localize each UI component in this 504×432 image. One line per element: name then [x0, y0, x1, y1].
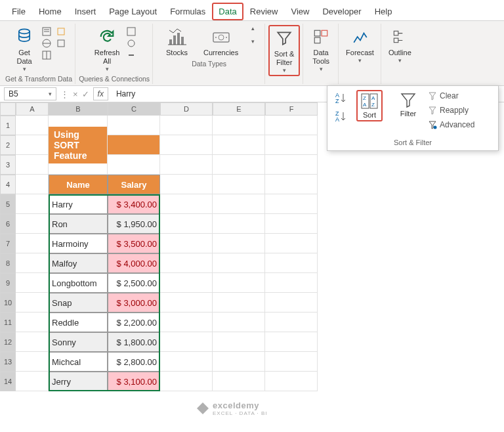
- column-header[interactable]: B: [49, 102, 108, 116]
- cell[interactable]: [265, 273, 318, 293]
- cell[interactable]: [265, 313, 318, 332]
- cell[interactable]: [160, 253, 213, 273]
- cell[interactable]: [265, 293, 318, 313]
- sort-filter-button[interactable]: Sort & Filter ▾: [268, 25, 300, 76]
- row-header[interactable]: 1: [0, 116, 16, 135]
- column-header[interactable]: C: [108, 102, 160, 116]
- cell[interactable]: [160, 194, 213, 214]
- cell[interactable]: [213, 253, 265, 273]
- cell[interactable]: [213, 372, 265, 391]
- from-web-icon[interactable]: [41, 38, 52, 49]
- cell[interactable]: [16, 135, 49, 155]
- cell[interactable]: [16, 372, 49, 391]
- cell[interactable]: $ 3,400.00: [108, 194, 160, 214]
- tab-page-layout[interactable]: Page Layout: [102, 3, 163, 20]
- cell[interactable]: [16, 293, 49, 313]
- cell[interactable]: [108, 135, 160, 155]
- cell[interactable]: Malfoy: [49, 253, 108, 273]
- cell[interactable]: Michcal: [49, 352, 108, 372]
- row-header[interactable]: 2: [0, 135, 16, 155]
- tab-file[interactable]: File: [5, 3, 32, 20]
- scroll-down-icon[interactable]: ▾: [251, 38, 255, 45]
- cell[interactable]: [160, 155, 213, 175]
- cell[interactable]: [213, 293, 265, 313]
- sort-asc-button[interactable]: AZ: [331, 90, 352, 106]
- sort-desc-button[interactable]: ZA: [331, 108, 352, 124]
- cell[interactable]: [265, 175, 318, 194]
- cell[interactable]: [16, 234, 49, 253]
- get-data-button[interactable]: Get Data ▾: [10, 25, 39, 74]
- from-text-icon[interactable]: [41, 26, 52, 37]
- row-header[interactable]: 5: [0, 194, 16, 214]
- queries-icon[interactable]: [126, 26, 136, 37]
- cell[interactable]: [160, 175, 213, 194]
- tab-review[interactable]: Review: [243, 3, 285, 20]
- cell[interactable]: [213, 194, 265, 214]
- advanced-button[interactable]: Advanced: [424, 119, 478, 131]
- cell[interactable]: [108, 116, 160, 135]
- cell[interactable]: [265, 332, 318, 352]
- cell[interactable]: [213, 155, 265, 175]
- cell[interactable]: Harry: [49, 194, 108, 214]
- cell[interactable]: [160, 313, 213, 332]
- cell[interactable]: [160, 273, 213, 293]
- row-header[interactable]: 4: [0, 175, 16, 194]
- cell[interactable]: Reddle: [49, 313, 108, 332]
- edit-links-icon[interactable]: [126, 50, 136, 60]
- cell[interactable]: [16, 175, 49, 194]
- stocks-button[interactable]: Stocks: [162, 25, 192, 58]
- cell[interactable]: [160, 116, 213, 135]
- from-table-icon[interactable]: [41, 50, 52, 60]
- row-header[interactable]: 3: [0, 155, 16, 175]
- cell[interactable]: [265, 214, 318, 234]
- cell[interactable]: [16, 332, 49, 352]
- row-header[interactable]: 6: [0, 214, 16, 234]
- select-all-corner[interactable]: [0, 102, 16, 116]
- scroll-up-icon[interactable]: ▴: [251, 25, 255, 32]
- tab-help[interactable]: Help: [368, 3, 399, 20]
- cell[interactable]: [213, 352, 265, 372]
- cell[interactable]: Using SORT Feature: [49, 135, 108, 155]
- tab-insert[interactable]: Insert: [68, 3, 103, 20]
- cell[interactable]: $ 1,800.00: [108, 332, 160, 352]
- name-box[interactable]: B5▾: [4, 87, 56, 100]
- tab-developer[interactable]: Developer: [316, 3, 368, 20]
- cell[interactable]: [213, 234, 265, 253]
- row-header[interactable]: 8: [0, 253, 16, 273]
- cell[interactable]: [16, 155, 49, 175]
- cell[interactable]: [265, 155, 318, 175]
- cell[interactable]: [108, 155, 160, 175]
- column-header[interactable]: E: [213, 102, 265, 116]
- cell[interactable]: [213, 332, 265, 352]
- cell[interactable]: [213, 175, 265, 194]
- column-header[interactable]: F: [265, 102, 318, 116]
- cell[interactable]: $ 3,500.00: [108, 234, 160, 253]
- tab-data[interactable]: Data: [212, 3, 243, 20]
- cell[interactable]: [213, 116, 265, 135]
- cell[interactable]: [160, 332, 213, 352]
- cell[interactable]: $ 3,100.00: [108, 372, 160, 391]
- row-header[interactable]: 11: [0, 313, 16, 332]
- filter-button[interactable]: Filter: [396, 90, 420, 119]
- cell[interactable]: Salary: [108, 175, 160, 194]
- cell[interactable]: [16, 313, 49, 332]
- sort-button[interactable]: ZAAZ Sort: [356, 90, 383, 121]
- tab-view[interactable]: View: [284, 3, 316, 20]
- cell[interactable]: [213, 135, 265, 155]
- row-header[interactable]: 13: [0, 352, 16, 372]
- cell[interactable]: Snap: [49, 293, 108, 313]
- refresh-all-button[interactable]: Refresh All ▾: [91, 25, 124, 74]
- outline-button[interactable]: Outline ▾: [385, 25, 415, 65]
- cell[interactable]: $ 2,200.00: [108, 313, 160, 332]
- tab-formulas[interactable]: Formulas: [163, 3, 212, 20]
- tab-home[interactable]: Home: [32, 3, 68, 20]
- cell[interactable]: Jerry: [49, 372, 108, 391]
- data-tools-button[interactable]: Data Tools ▾: [306, 25, 335, 74]
- cell[interactable]: [160, 234, 213, 253]
- cell[interactable]: [16, 194, 49, 214]
- cell[interactable]: [16, 273, 49, 293]
- cell[interactable]: [265, 372, 318, 391]
- row-header[interactable]: 12: [0, 332, 16, 352]
- cell[interactable]: [265, 234, 318, 253]
- cell[interactable]: [213, 214, 265, 234]
